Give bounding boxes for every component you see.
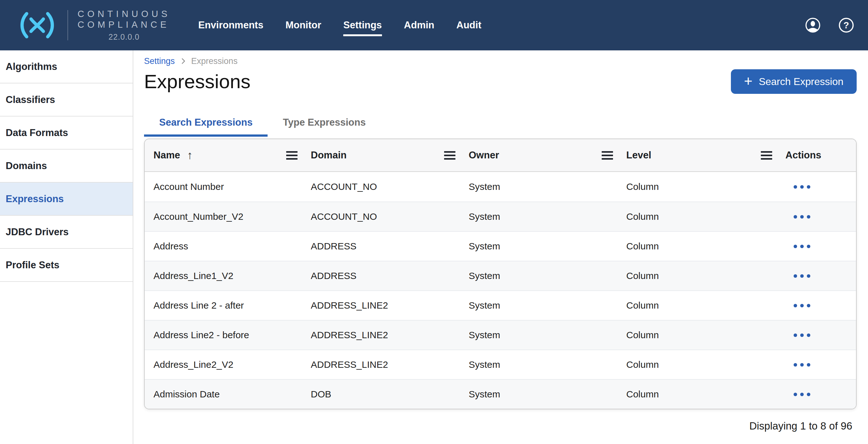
sidebar-item-algorithms[interactable]: Algorithms bbox=[0, 50, 133, 83]
ellipsis-menu-icon[interactable] bbox=[790, 389, 814, 400]
nav-item-monitor[interactable]: Monitor bbox=[285, 20, 321, 31]
cell-domain: ADDRESS bbox=[302, 271, 460, 281]
cell-owner: System bbox=[460, 211, 617, 222]
column-menu-icon[interactable] bbox=[441, 149, 458, 162]
cell-owner: System bbox=[460, 359, 617, 370]
cell-name: Admission Date bbox=[145, 389, 302, 400]
cell-actions bbox=[777, 389, 856, 400]
main-panel: Settings Expressions Expressions + Searc… bbox=[133, 50, 868, 444]
cell-domain: ADDRESS bbox=[302, 241, 460, 251]
nav-item-admin[interactable]: Admin bbox=[404, 20, 434, 31]
ellipsis-menu-icon[interactable] bbox=[790, 271, 814, 281]
column-menu-icon[interactable] bbox=[758, 149, 775, 162]
cell-domain: ADDRESS_LINE2 bbox=[302, 330, 460, 340]
nav-item-settings[interactable]: Settings bbox=[343, 20, 382, 31]
ellipsis-menu-icon[interactable] bbox=[790, 211, 814, 222]
sort-asc-icon[interactable]: ↑ bbox=[187, 149, 193, 162]
column-header-owner[interactable]: Owner bbox=[460, 149, 617, 162]
ellipsis-menu-icon[interactable] bbox=[790, 300, 814, 311]
column-header-name[interactable]: Name↑ bbox=[145, 149, 302, 162]
help-icon[interactable]: ? bbox=[838, 17, 855, 34]
ellipsis-menu-icon[interactable] bbox=[790, 359, 814, 370]
svg-text:?: ? bbox=[843, 20, 849, 30]
pagination-status: Displaying 1 to 8 of 96 bbox=[144, 420, 857, 432]
table-row: AddressADDRESSSystemColumn bbox=[145, 231, 856, 261]
brand-divider bbox=[67, 10, 68, 40]
cell-owner: System bbox=[460, 330, 617, 340]
cell-actions bbox=[777, 271, 856, 281]
ellipsis-menu-icon[interactable] bbox=[790, 330, 814, 341]
brand-text: CONTINUOUS COMPLIANCE 22.0.0.0 bbox=[78, 9, 170, 41]
cell-name: Account_Number_V2 bbox=[145, 211, 302, 222]
header-icons: ? bbox=[804, 17, 868, 34]
cell-actions bbox=[777, 181, 856, 193]
table-row: Address_Line2_V2ADDRESS_LINE2SystemColum… bbox=[145, 349, 856, 379]
cell-actions bbox=[777, 211, 856, 222]
content: AlgorithmsClassifiersData FormatsDomains… bbox=[0, 50, 868, 444]
brand: CONTINUOUS COMPLIANCE 22.0.0.0 bbox=[0, 9, 170, 41]
nav-item-environments[interactable]: Environments bbox=[198, 20, 264, 31]
breadcrumb-current: Expressions bbox=[191, 56, 238, 66]
column-header-actions[interactable]: Actions bbox=[777, 149, 856, 161]
table-row: Admission DateDOBSystemColumn bbox=[145, 379, 856, 409]
column-menu-icon[interactable] bbox=[284, 149, 300, 162]
sidebar-item-expressions[interactable]: Expressions bbox=[0, 183, 133, 216]
sidebar-item-domains[interactable]: Domains bbox=[0, 149, 133, 183]
cell-domain: ACCOUNT_NO bbox=[302, 181, 460, 192]
column-header-label: Level bbox=[626, 149, 651, 161]
cell-level: Column bbox=[617, 241, 777, 251]
cell-actions bbox=[777, 241, 856, 252]
nav-item-audit[interactable]: Audit bbox=[456, 20, 481, 31]
ellipsis-menu-icon[interactable] bbox=[790, 241, 814, 252]
cell-owner: System bbox=[460, 271, 617, 281]
title-row: Expressions + Search Expression bbox=[144, 69, 857, 94]
user-account-icon[interactable] bbox=[804, 17, 822, 34]
cell-actions bbox=[777, 300, 856, 311]
cell-level: Column bbox=[617, 330, 777, 340]
cell-owner: System bbox=[460, 389, 617, 400]
table-body: Account NumberACCOUNT_NOSystemColumnAcco… bbox=[145, 172, 856, 409]
cell-owner: System bbox=[460, 300, 617, 311]
table-row: Account NumberACCOUNT_NOSystemColumn bbox=[145, 172, 856, 202]
cell-name: Address bbox=[145, 241, 302, 251]
cell-domain: ADDRESS_LINE2 bbox=[302, 359, 460, 370]
sidebar-item-profile-sets[interactable]: Profile Sets bbox=[0, 249, 133, 282]
tab-search-expressions[interactable]: Search Expressions bbox=[144, 108, 268, 137]
cell-actions bbox=[777, 330, 856, 341]
table-row: Address_Line1_V2ADDRESSSystemColumn bbox=[145, 261, 856, 290]
cell-domain: ADDRESS_LINE2 bbox=[302, 300, 460, 311]
cell-domain: DOB bbox=[302, 389, 460, 400]
search-expression-button[interactable]: + Search Expression bbox=[731, 69, 857, 94]
expressions-table-card: Name↑DomainOwnerLevelActions Account Num… bbox=[144, 139, 857, 409]
column-header-level[interactable]: Level bbox=[617, 149, 777, 162]
column-menu-icon[interactable] bbox=[599, 149, 616, 162]
tab-bar: Search ExpressionsType Expressions bbox=[144, 108, 857, 137]
brand-name-line2: COMPLIANCE bbox=[78, 20, 170, 30]
cell-name: Address Line 2 - after bbox=[145, 300, 302, 311]
brand-name-line1: CONTINUOUS bbox=[78, 9, 170, 20]
page-title: Expressions bbox=[144, 71, 251, 92]
sidebar-item-jdbc-drivers[interactable]: JDBC Drivers bbox=[0, 216, 133, 249]
delphix-logo-icon bbox=[17, 10, 57, 40]
tab-type-expressions[interactable]: Type Expressions bbox=[268, 108, 381, 137]
sidebar-item-classifiers[interactable]: Classifiers bbox=[0, 83, 133, 116]
cell-owner: System bbox=[460, 241, 617, 251]
table-row: Account_Number_V2ACCOUNT_NOSystemColumn bbox=[145, 202, 856, 231]
sidebar-item-data-formats[interactable]: Data Formats bbox=[0, 116, 133, 149]
column-header-label: Owner bbox=[469, 149, 499, 161]
app-root: CONTINUOUS COMPLIANCE 22.0.0.0 Environme… bbox=[0, 0, 868, 444]
main-nav: EnvironmentsMonitorSettingsAdminAudit bbox=[198, 20, 481, 31]
table-row: Address Line2 - beforeADDRESS_LINE2Syste… bbox=[145, 320, 856, 349]
column-header-label: Domain bbox=[311, 149, 347, 161]
top-navbar: CONTINUOUS COMPLIANCE 22.0.0.0 Environme… bbox=[0, 0, 868, 50]
table-row: Address Line 2 - afterADDRESS_LINE2Syste… bbox=[145, 290, 856, 320]
ellipsis-menu-icon[interactable] bbox=[790, 181, 814, 193]
breadcrumb-link-settings[interactable]: Settings bbox=[144, 56, 175, 66]
cell-name: Account Number bbox=[145, 181, 302, 192]
chevron-right-icon bbox=[179, 57, 188, 66]
brand-version: 22.0.0.0 bbox=[78, 32, 170, 41]
sidebar: AlgorithmsClassifiersData FormatsDomains… bbox=[0, 50, 133, 444]
column-header-domain[interactable]: Domain bbox=[302, 149, 460, 162]
cell-name: Address Line2 - before bbox=[145, 330, 302, 340]
cell-level: Column bbox=[617, 359, 777, 370]
